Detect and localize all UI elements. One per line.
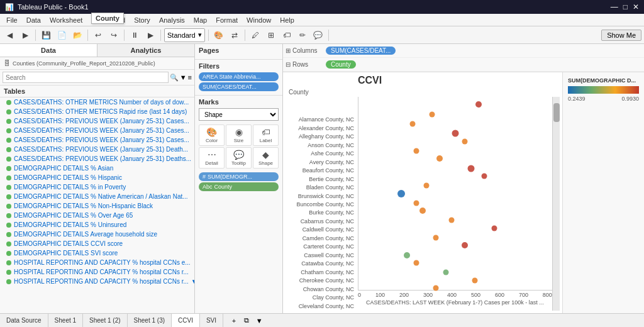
scatter-dot[interactable] [491,225,497,231]
scatter-dot[interactable] [467,165,474,172]
filter-icon[interactable]: ▼ [180,74,187,82]
table-item[interactable]: HOSPITAL REPORTING AND CAPACITY % hospit… [0,267,194,277]
analytics-tab[interactable]: Analytics [97,44,194,57]
swap-btn[interactable]: ⇄ [228,28,242,42]
table-item[interactable]: CASES/DEATHS: PREVIOUS WEEK (January 25-… [0,126,194,135]
tooltip-btn[interactable]: 💬 [311,28,325,42]
scroll-thumb[interactable] [553,103,560,122]
scatter-dot[interactable] [404,252,410,258]
table-item[interactable]: CASES/DEATHS: PREVIOUS WEEK (January 25-… [0,145,194,154]
table-item[interactable]: CASES/DEATHS: PREVIOUS WEEK (January 25-… [0,116,194,126]
run-btn[interactable]: ▶ [143,28,157,42]
tooltip-mark-btn[interactable]: 💬 Tooltip [226,147,252,169]
forward-btn[interactable]: ▶ [18,28,32,42]
table-item[interactable]: DEMOGRAPHIC DETAILS SVI score [0,248,194,258]
search-icon[interactable]: 🔍 [170,74,179,82]
tab-sheet1-2[interactable]: Sheet 1 (2) [83,314,127,327]
menu-story[interactable]: Story [130,14,154,26]
scatter-dot[interactable] [410,121,416,126]
detail-mark-btn[interactable]: ⋯ Detail [199,147,225,169]
table-item[interactable]: CASES/DEATHS: OTHER METRICS Number of da… [0,97,194,107]
highlight-btn[interactable]: 🖊 [248,28,262,42]
table-item[interactable]: DEMOGRAPHIC DETAILS % Non-Hispanic Black [0,201,194,211]
table-item[interactable]: DEMOGRAPHIC DETAILS CCVI score [0,239,194,248]
scatter-dot[interactable] [452,130,459,137]
tab-ccvi[interactable]: CCVI [172,314,200,327]
close-btn[interactable]: ✕ [633,3,639,11]
scatter-dot[interactable] [448,218,454,223]
label-mark-btn[interactable]: 🏷 Label [253,125,279,146]
size-mark-btn[interactable]: ◉ Size [226,125,252,146]
filter-chip-2[interactable]: SUM(CASES/DEAT... [199,82,279,91]
menu-help[interactable]: Help [276,14,298,26]
group-btn[interactable]: ⊞ [264,28,278,42]
tab-data-source[interactable]: Data Source [0,314,48,327]
columns-pill[interactable]: SUM(CASES/DEAT... [326,47,396,55]
scatter-dot[interactable] [443,270,448,275]
scatter-dot[interactable] [414,200,419,206]
data-tab[interactable]: Data [0,44,97,57]
menu-format[interactable]: Format [212,14,242,26]
scatter-dot[interactable] [462,138,468,144]
annotate-btn[interactable]: ✏ [296,28,309,42]
standard-dropdown[interactable]: Standard ▾ [164,28,205,42]
open-btn[interactable]: 📂 [70,28,84,42]
scatter-dot[interactable] [472,277,477,283]
scatter-dot[interactable] [414,148,419,153]
redo-btn[interactable]: ↪ [107,28,121,42]
menu-window[interactable]: Window [243,14,275,26]
table-item[interactable]: HOSPITAL REPORTING AND CAPACITY % hospit… [0,277,194,286]
table-item[interactable]: DEMOGRAPHIC DETAILS % in Poverty [0,182,194,192]
scrollbar[interactable] [552,97,560,311]
pause-btn[interactable]: ⏸ [128,28,142,42]
duplicate-sheet-btn[interactable]: ⧉ [241,315,252,326]
menu-icon[interactable]: ≡ [188,74,192,82]
menu-map[interactable]: Map [190,14,211,26]
filter-chip-1[interactable]: AREA State Abbrevia... [199,72,279,81]
new-btn[interactable]: 📄 [55,28,69,42]
scatter-dot[interactable] [397,190,405,197]
show-me-button[interactable]: Show Me [601,30,641,41]
scatter-dot[interactable] [419,208,426,214]
maximize-btn[interactable]: □ [623,3,628,11]
sum-demogr-pill[interactable]: # SUM(DEMOGR... [199,172,279,181]
scatter-dot[interactable] [475,101,482,108]
scatter-dot[interactable] [414,260,419,266]
color-btn[interactable]: 🎨 [212,28,226,42]
minimize-btn[interactable]: — [611,3,618,11]
table-item[interactable]: DEMOGRAPHIC DETAILS % Asian [0,164,194,173]
title-bar-controls[interactable]: — □ ✕ [611,3,639,11]
scatter-dot[interactable] [482,173,487,179]
table-item[interactable]: DEMOGRAPHIC DETAILS % Native American / … [0,192,194,201]
table-item[interactable]: DEMOGRAPHIC DETAILS % Over Age 65 [0,211,194,220]
sheet-options-btn[interactable]: ▼ [253,315,265,326]
add-sheet-btn[interactable]: + [228,315,240,326]
marks-type-dropdown[interactable]: Shape [199,108,279,121]
search-input[interactable] [3,72,169,83]
table-item[interactable]: CASES/DEATHS: OTHER METRICS Rapid rise (… [0,107,194,116]
save-btn[interactable]: 💾 [39,28,53,42]
undo-btn[interactable]: ↩ [91,28,105,42]
tab-sheet1[interactable]: Sheet 1 [48,314,83,327]
scatter-dot[interactable] [462,242,468,248]
table-item[interactable]: DEMOGRAPHIC DETAILS % Uninsured [0,220,194,230]
menu-worksheet[interactable]: Worksheet [46,14,86,26]
table-item[interactable]: CASES/DEATHS: PREVIOUS WEEK (January 25-… [0,135,194,145]
county-pill[interactable]: Abc County [199,182,279,191]
menu-analysis[interactable]: Analysis [155,14,189,26]
tab-sheet1-3[interactable]: Sheet 1 (3) [128,314,172,327]
rows-pill[interactable]: County [326,60,356,69]
back-btn[interactable]: ◀ [3,28,16,42]
scatter-dot[interactable] [430,111,435,117]
table-item[interactable]: CASES/DEATHS: PREVIOUS WEEK (January 25-… [0,154,194,164]
color-mark-btn[interactable]: 🎨 Color [199,125,225,146]
shape-mark-btn[interactable]: ◆ Shape [253,147,279,169]
table-item[interactable]: DEMOGRAPHIC DETAILS % Hispanic [0,173,194,182]
tab-svi[interactable]: SVI [200,314,223,327]
scatter-dot[interactable] [433,285,439,291]
scatter-dot[interactable] [436,155,443,162]
scatter-dot[interactable] [423,183,429,189]
menu-file[interactable]: File [3,14,21,26]
table-item[interactable]: HOSPITAL REPORTING AND CAPACITY % hospit… [0,258,194,267]
menu-data[interactable]: Data [23,14,45,26]
